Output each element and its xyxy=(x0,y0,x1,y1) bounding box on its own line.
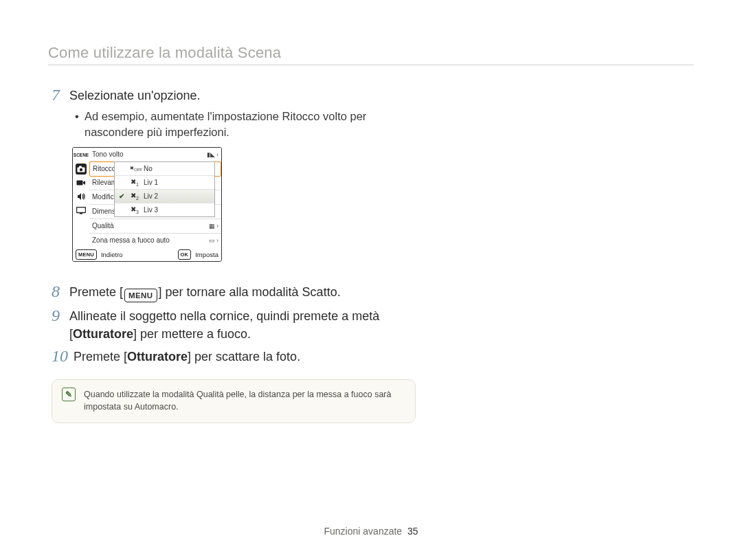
svg-rect-5 xyxy=(80,213,82,214)
bullet-dot-icon: • xyxy=(75,109,85,124)
ritocco-popup: ✖OFF No ✖1 Liv 1 ✔ ✖2 Liv 2 xyxy=(114,161,215,217)
step-7-bullet: • Ad esempio, aumentate l'impostazione R… xyxy=(75,109,418,140)
bullet-text: Ad esempio, aumentate l'impostazione Rit… xyxy=(85,109,418,140)
ok-key-icon: OK xyxy=(178,249,192,260)
step-text: Premete [Otturatore] per scattare la fot… xyxy=(74,347,300,366)
camera-tab-icon xyxy=(76,164,87,175)
popup-option-liv2: ✔ ✖2 Liv 2 xyxy=(115,190,214,203)
display-tab-icon xyxy=(76,205,87,216)
svg-rect-3 xyxy=(77,181,83,186)
step-text: Premete [MENU] per tornare alla modalità… xyxy=(69,282,341,302)
page-number: 35 xyxy=(407,526,418,537)
camera-body: SCENE Tono volto xyxy=(73,148,221,247)
retouch-off-icon: ✖OFF xyxy=(130,166,139,172)
step-text: Selezionate un'opzione. xyxy=(69,86,201,104)
menu-row-qualita: Qualità ▦ › xyxy=(89,219,221,234)
step-number: 8 xyxy=(52,282,69,300)
step-8: 8 Premete [MENU] per tornare alla modali… xyxy=(52,282,436,302)
video-tab-icon xyxy=(76,177,87,188)
popup-option-liv3: ✖3 Liv 3 xyxy=(115,203,214,216)
svg-point-2 xyxy=(80,168,82,171)
check-icon: ✔ xyxy=(119,193,126,200)
retouch-1-icon: ✖1 xyxy=(130,179,139,187)
step-number: 10 xyxy=(52,347,74,365)
camera-footer: MENU Indietro OK Imposta xyxy=(73,247,221,261)
footer-section: Funzioni avanzate xyxy=(324,526,403,537)
step-7: 7 Selezionate un'opzione. xyxy=(52,86,436,104)
step-number: 7 xyxy=(52,86,69,104)
face-level-icon: ▮◣ › xyxy=(207,152,218,158)
page-footer: Funzioni avanzate 35 xyxy=(0,526,742,537)
sound-tab-icon xyxy=(76,191,87,202)
title-rule xyxy=(48,65,694,65)
page-title: Come utilizzare la modalità Scena xyxy=(48,44,694,62)
back-label: Indietro xyxy=(101,251,123,258)
svg-rect-4 xyxy=(77,207,86,212)
manual-page: Come utilizzare la modalità Scena 7 Sele… xyxy=(0,0,742,560)
svg-rect-1 xyxy=(79,166,82,168)
popup-option-liv1: ✖1 Liv 1 xyxy=(115,176,214,190)
menu-key-icon: MENU xyxy=(124,289,157,302)
note-icon: ✎ xyxy=(62,388,76,401)
camera-menu-list: Tono volto ▮◣ › Ritocco Rilevame Modific… xyxy=(89,148,221,247)
menu-row-tono-volto: Tono volto ▮◣ › xyxy=(89,148,221,162)
step-number: 9 xyxy=(52,306,69,324)
retouch-2-icon: ✖2 xyxy=(130,192,139,201)
shutter-label: Otturatore xyxy=(73,327,133,341)
popup-option-no: ✖OFF No xyxy=(115,162,214,176)
camera-menu-screenshot: SCENE Tono volto xyxy=(72,147,222,262)
retouch-3-icon: ✖3 xyxy=(130,206,139,214)
step-text: Allineate il soggetto nella cornice, qui… xyxy=(69,306,379,342)
shutter-label: Otturatore xyxy=(127,350,188,363)
step-9: 9 Allineate il soggetto nella cornice, q… xyxy=(52,306,436,342)
af-area-icon: ▭ › xyxy=(209,238,218,244)
scene-tab-icon: SCENE xyxy=(76,150,87,161)
steps-list: 7 Selezionate un'opzione. • Ad esempio, … xyxy=(52,86,436,423)
info-note: ✎ Quando utilizzate la modalità Qualità … xyxy=(52,379,416,423)
set-label: Imposta xyxy=(195,251,218,258)
step-10: 10 Premete [Otturatore] per scattare la … xyxy=(52,347,436,366)
menu-key-icon: MENU xyxy=(76,249,97,260)
note-text: Quando utilizzate la modalità Qualità pe… xyxy=(84,388,405,413)
menu-row-zona-fuoco: Zona messa a fuoco auto ▭ › xyxy=(89,234,221,247)
quality-icon: ▦ › xyxy=(209,223,218,229)
camera-tab-strip: SCENE xyxy=(73,148,89,247)
